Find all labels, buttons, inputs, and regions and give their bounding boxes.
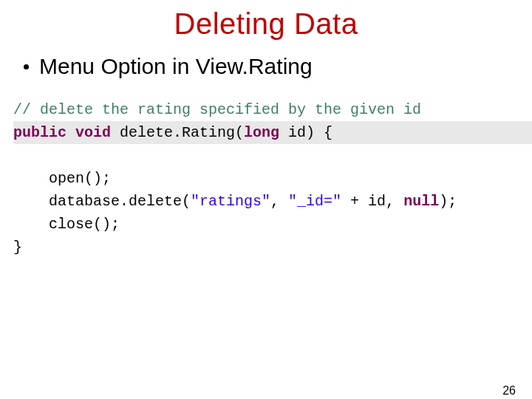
bullet-icon (24, 64, 29, 69)
slide-title: Deleting Data (0, 7, 532, 41)
str-ratings: "ratings" (191, 193, 270, 210)
code-line-db-pre: database.delete( (13, 193, 191, 210)
bullet-row: Menu Option in View.Rating (0, 54, 532, 79)
method-name: delete.Rating( (111, 124, 244, 141)
brace-close: } (13, 239, 22, 256)
code-line-close: close(); (13, 216, 120, 233)
db-post: + id, (341, 193, 403, 210)
slide: Deleting Data Menu Option in View.Rating… (0, 7, 532, 399)
kw-null: null (403, 193, 439, 210)
code-line-open: open(); (13, 170, 111, 187)
db-close: ); (439, 193, 457, 210)
kw-void: void (75, 124, 111, 141)
code-signature-line: public void delete.Rating(long id) { (13, 121, 532, 144)
page-number: 26 (502, 384, 516, 398)
params-close: id) { (279, 124, 332, 141)
kw-long: long (244, 124, 279, 141)
code-block: // delete the rating specified by the gi… (0, 98, 532, 259)
bullet-text: Menu Option in View.Rating (39, 54, 313, 79)
kw-public: public (13, 124, 66, 141)
str-idclause: "_id=" (288, 193, 341, 210)
comma1: , (270, 193, 288, 210)
code-comment: // delete the rating specified by the gi… (13, 101, 421, 118)
